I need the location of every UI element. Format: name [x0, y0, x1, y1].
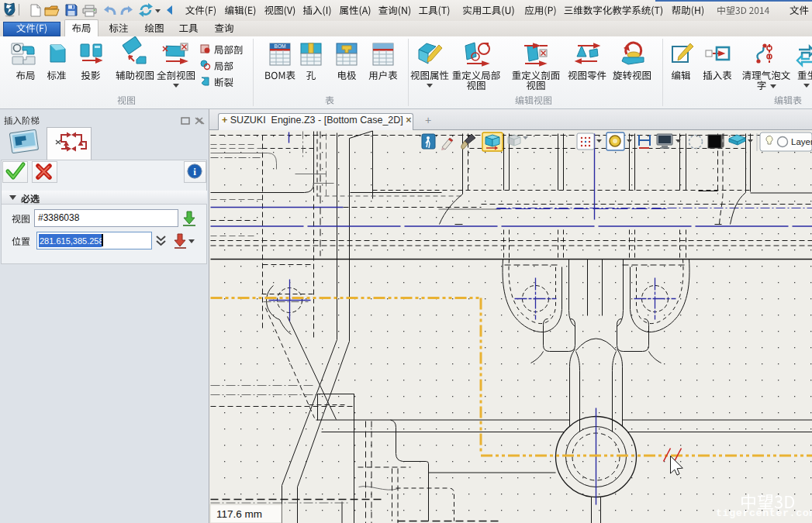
svg-text:i: i	[193, 166, 196, 177]
svg-text:Layer0: Layer0	[791, 137, 812, 146]
svg-text:tigercenter.com: tigercenter.com	[716, 508, 812, 519]
svg-text:117.6 mm: 117.6 mm	[216, 508, 262, 520]
svg-text:BOM: BOM	[275, 43, 286, 49]
